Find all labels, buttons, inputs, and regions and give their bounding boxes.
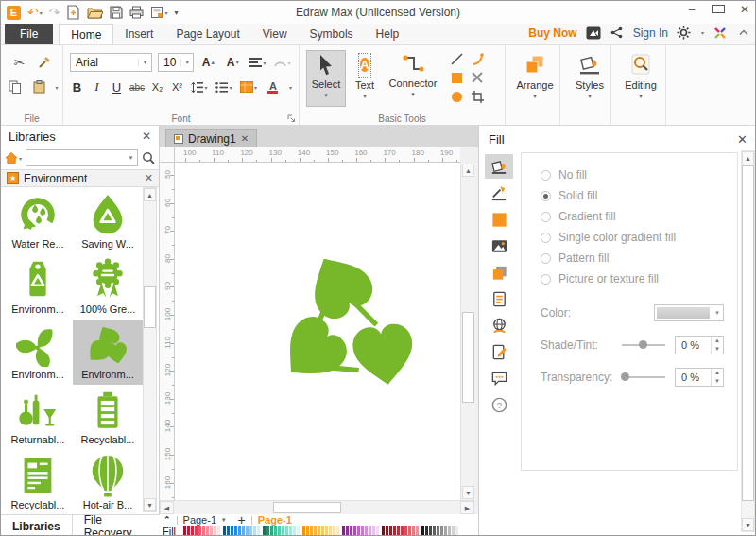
palette-color[interactable]: [437, 526, 439, 536]
palette-color[interactable]: [408, 526, 411, 536]
underline-button[interactable]: U: [110, 80, 124, 95]
fill-option-pattern-fill[interactable]: Pattern fill: [541, 248, 737, 268]
radio-icon[interactable]: [541, 191, 551, 201]
transparency-down-icon[interactable]: ▼: [712, 377, 723, 386]
palette-color[interactable]: [195, 526, 198, 536]
paste-caret-icon[interactable]: ▾: [56, 84, 59, 91]
customize-toolbar-button[interactable]: ▾: [175, 4, 179, 21]
fill-option-single-color-gradient-fill[interactable]: Single color gradient fill: [541, 227, 737, 248]
palette-color[interactable]: [217, 526, 220, 536]
palette-color[interactable]: [191, 526, 194, 536]
palette-color[interactable]: [372, 526, 375, 536]
transparency-up-icon[interactable]: ▲: [712, 369, 723, 377]
delete-tool-icon[interactable]: [468, 68, 487, 87]
canvas-scroll-left-icon[interactable]: ◀: [160, 501, 174, 514]
shade-up-icon[interactable]: ▲: [712, 337, 723, 345]
subscript-button[interactable]: X₂: [150, 81, 164, 93]
radio-icon[interactable]: [541, 170, 551, 181]
line-panel-icon[interactable]: [485, 181, 513, 205]
library-item-hot-air-balloon[interactable]: Hot-air B...: [73, 450, 143, 515]
fill-option-no-fill[interactable]: No fill: [541, 164, 737, 185]
palette-color[interactable]: [353, 526, 356, 536]
library-home-icon[interactable]: ▾: [5, 150, 22, 165]
palette-color[interactable]: [325, 526, 328, 536]
palette-color[interactable]: [285, 526, 288, 536]
palette-color[interactable]: [231, 526, 233, 536]
ribbon-tab-insert[interactable]: Insert: [113, 24, 164, 44]
canvas-scroll-right-icon[interactable]: ▶: [460, 501, 474, 514]
palette-color[interactable]: [227, 526, 230, 536]
superscript-button[interactable]: X²: [170, 81, 184, 93]
page-dropdown[interactable]: Page-1: [183, 514, 216, 526]
hyperlink-panel-icon[interactable]: [485, 313, 513, 337]
palette-color[interactable]: [401, 526, 404, 536]
bottom-tab-file-recovery[interactable]: File Recovery: [72, 515, 160, 536]
add-page-button[interactable]: +: [238, 515, 246, 525]
ribbon-tab-page-layout[interactable]: Page Layout: [164, 24, 250, 44]
palette-color[interactable]: [302, 526, 305, 536]
fill-panel-icon[interactable]: [485, 154, 513, 179]
palette-color[interactable]: [257, 526, 260, 536]
palette-color[interactable]: [202, 526, 205, 536]
text-tool-button[interactable]: A Text ▾: [346, 50, 384, 100]
bottom-tab-libraries[interactable]: Libraries: [1, 515, 72, 536]
fill-panel-close-icon[interactable]: ✕: [737, 132, 747, 147]
paste-icon[interactable]: [30, 78, 49, 96]
palette-color[interactable]: [223, 526, 226, 536]
palette-color[interactable]: [210, 526, 213, 536]
palette-color[interactable]: [421, 526, 424, 536]
palette-color[interactable]: [238, 526, 241, 536]
highlight-button[interactable]: ▾: [239, 78, 258, 96]
strikethrough-button[interactable]: abc: [129, 82, 145, 93]
picture-panel-icon[interactable]: [485, 233, 513, 258]
font-name-combo[interactable]: Arial▾: [70, 53, 152, 72]
library-item-eco-leaves[interactable]: Environm...: [3, 320, 73, 385]
palette-color[interactable]: [448, 526, 451, 536]
new-file-button[interactable]: [66, 4, 80, 21]
close-button[interactable]: ✕: [738, 3, 751, 16]
decrease-font-button[interactable]: A▼: [224, 53, 243, 72]
library-section-close-icon[interactable]: ✕: [145, 172, 153, 184]
radio-icon[interactable]: [541, 253, 551, 264]
bullets-button[interactable]: ▾: [215, 78, 233, 96]
library-item-water-recycling[interactable]: Water Re...: [3, 189, 73, 254]
shade-slider-knob[interactable]: [639, 340, 647, 349]
shade-slider[interactable]: [622, 344, 665, 346]
radio-icon[interactable]: [541, 233, 551, 243]
library-item-eco-hearts[interactable]: Environm...: [73, 320, 143, 385]
arc-text-button[interactable]: ▾: [273, 53, 292, 72]
libraries-close-icon[interactable]: ✕: [142, 130, 151, 143]
align-text-button[interactable]: ▾: [249, 53, 267, 72]
arc-tool-icon[interactable]: [468, 49, 487, 68]
palette-color[interactable]: [389, 526, 392, 536]
palette-color[interactable]: [365, 526, 368, 536]
document-tab-close-icon[interactable]: ✕: [241, 133, 249, 144]
palette-color[interactable]: [429, 526, 432, 536]
palette-color[interactable]: [314, 526, 317, 536]
select-tool-button[interactable]: Select ▾: [306, 50, 346, 107]
pagebar-collapse-icon[interactable]: ⌃: [163, 515, 171, 525]
edraw-logo-icon[interactable]: E: [7, 4, 21, 21]
fill-option-solid-fill[interactable]: Solid fill: [541, 185, 737, 206]
library-search-box[interactable]: ▾: [26, 149, 138, 166]
fill-scroll-down-icon[interactable]: ▼: [742, 518, 754, 531]
copy-icon[interactable]: [6, 78, 25, 96]
share-icon[interactable]: [610, 26, 625, 40]
library-scroll-down-icon[interactable]: ▼: [144, 498, 156, 511]
palette-color[interactable]: [187, 526, 190, 536]
help-panel-icon[interactable]: ?: [485, 392, 513, 417]
redo-button[interactable]: ↷: [49, 4, 60, 21]
settings-caret-icon[interactable]: ▾: [701, 29, 704, 36]
undo-button[interactable]: ↶▾: [27, 4, 43, 21]
palette-color[interactable]: [361, 526, 364, 536]
palette-color[interactable]: [452, 526, 455, 536]
settings-gear-icon[interactable]: [677, 26, 692, 40]
palette-color[interactable]: [318, 526, 320, 536]
library-item-green-badge[interactable]: 100% Gre...: [73, 254, 143, 320]
page-tab-current[interactable]: Page-1: [258, 514, 292, 526]
palette-color[interactable]: [376, 526, 379, 536]
color-swatch-dropdown[interactable]: ▾: [654, 304, 724, 321]
library-item-saving-water[interactable]: Saving W...: [73, 189, 143, 254]
comment-panel-icon[interactable]: [485, 366, 513, 390]
canvas-vscroll-thumb[interactable]: [462, 312, 474, 403]
